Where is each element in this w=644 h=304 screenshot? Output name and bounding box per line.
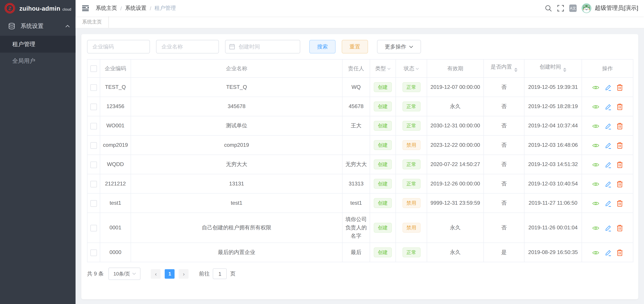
- col-header-type[interactable]: 类型: [370, 60, 396, 78]
- cell-company-name: 13131: [131, 174, 342, 193]
- delete-icon[interactable]: [617, 103, 623, 110]
- view-icon[interactable]: [592, 182, 599, 186]
- company-code-input[interactable]: [87, 40, 150, 53]
- breadcrumb-current: 租户管理: [154, 5, 176, 12]
- col-header-expiry: 有效期: [427, 60, 484, 78]
- sort-caret-icon[interactable]: [563, 66, 566, 74]
- logo-title: zuihou-admin: [19, 5, 60, 12]
- edit-icon[interactable]: [605, 123, 612, 129]
- reset-button[interactable]: 重置: [342, 40, 368, 53]
- create-time-input[interactable]: [225, 40, 300, 53]
- col-header-created[interactable]: 创建时间: [524, 60, 582, 78]
- cell-owner: 无穷大大: [342, 155, 370, 174]
- edit-icon[interactable]: [605, 249, 612, 256]
- search-icon[interactable]: [544, 4, 553, 13]
- fullscreen-icon[interactable]: [556, 4, 565, 13]
- view-icon[interactable]: [592, 123, 599, 128]
- row-checkbox[interactable]: [90, 181, 97, 187]
- collapse-menu-icon[interactable]: [80, 4, 91, 13]
- delete-icon[interactable]: [617, 181, 623, 187]
- cell-builtin: 否: [484, 174, 524, 193]
- view-icon[interactable]: [592, 250, 599, 255]
- delete-icon[interactable]: [617, 161, 623, 168]
- row-checkbox[interactable]: [90, 200, 97, 207]
- cell-owner: 最后: [342, 243, 370, 262]
- edit-icon[interactable]: [605, 181, 612, 187]
- delete-icon[interactable]: [617, 225, 623, 231]
- cell-created: 2019-12-04 10:37:44: [524, 116, 582, 135]
- delete-icon[interactable]: [617, 123, 623, 129]
- status-tag: 正常: [402, 102, 420, 111]
- avatar[interactable]: [582, 3, 592, 13]
- sidebar-item-tenant-management[interactable]: 租户管理: [0, 36, 76, 53]
- type-tag: 创建: [374, 82, 392, 92]
- cell-company-code: 0000: [100, 243, 131, 262]
- search-button[interactable]: 搜索: [309, 40, 336, 53]
- breadcrumb-system-settings[interactable]: 系统设置: [125, 5, 146, 12]
- delete-icon[interactable]: [617, 142, 623, 149]
- cell-company-name: 最后的内置企业: [131, 243, 342, 262]
- cell-builtin: 否: [484, 116, 524, 135]
- cell-company-code: 2121212: [100, 174, 131, 193]
- col-header-status[interactable]: 状态: [396, 60, 427, 78]
- view-icon[interactable]: [592, 104, 599, 109]
- row-checkbox[interactable]: [90, 142, 97, 149]
- cell-company-code: test1: [100, 193, 131, 213]
- create-time-picker: [225, 40, 300, 53]
- row-checkbox[interactable]: [90, 84, 97, 91]
- col-header-builtin[interactable]: 是否内置: [484, 60, 524, 78]
- edit-icon[interactable]: [605, 200, 612, 207]
- col-header-owner: 责任人: [342, 60, 370, 78]
- view-icon[interactable]: [592, 85, 599, 90]
- cell-builtin: 否: [484, 135, 524, 155]
- row-checkbox[interactable]: [90, 161, 97, 168]
- col-header-company-code: 企业编码: [100, 60, 131, 78]
- view-icon[interactable]: [592, 162, 599, 167]
- chevron-down-icon: [409, 46, 413, 48]
- tab-system-home[interactable]: 系统主页: [76, 16, 109, 28]
- row-checkbox[interactable]: [90, 103, 97, 110]
- select-all-checkbox[interactable]: [90, 65, 97, 72]
- row-checkbox[interactable]: [90, 249, 97, 256]
- current-user-label[interactable]: 超级管理员[演示]: [595, 5, 638, 12]
- view-icon[interactable]: [592, 225, 599, 230]
- prev-page-button[interactable]: ‹: [151, 269, 161, 278]
- sidebar-menu-system-settings[interactable]: 系统设置: [0, 16, 76, 36]
- delete-icon[interactable]: [617, 249, 623, 256]
- status-tag: 正常: [402, 82, 420, 92]
- svg-text:Z: Z: [8, 6, 11, 11]
- cell-created: 2019-11-27 11:06:50: [524, 193, 582, 213]
- edit-icon[interactable]: [605, 103, 612, 110]
- cell-company-name: TEST_Q: [131, 78, 342, 97]
- page-size-select[interactable]: 10条/页: [109, 267, 141, 280]
- tenant-card: 搜索 重置 更多操作: [81, 34, 638, 299]
- next-page-button[interactable]: ›: [179, 269, 189, 278]
- view-icon[interactable]: [592, 201, 599, 206]
- view-icon[interactable]: [592, 143, 599, 148]
- delete-icon[interactable]: [617, 200, 623, 207]
- sidebar-item-global-users[interactable]: 全局用户: [0, 53, 76, 70]
- more-actions-button[interactable]: 更多操作: [377, 40, 421, 53]
- company-name-input[interactable]: [156, 40, 219, 53]
- sort-caret-icon[interactable]: [514, 66, 517, 74]
- edit-icon[interactable]: [605, 84, 612, 91]
- cell-company-code: 0001: [100, 213, 131, 243]
- cell-owner: [342, 135, 370, 155]
- cell-owner: test1: [342, 193, 370, 213]
- goto-page-input[interactable]: [213, 268, 227, 279]
- translate-icon[interactable]: A文: [570, 5, 577, 12]
- breadcrumb-home[interactable]: 系统主页: [96, 5, 117, 12]
- row-checkbox[interactable]: [90, 123, 97, 129]
- sidebar-menu-label: 系统设置: [20, 23, 65, 30]
- page-number-1[interactable]: 1: [165, 269, 175, 278]
- cell-company-code: 123456: [100, 97, 131, 116]
- cell-owner: 填你公司负责人的名字: [342, 213, 370, 243]
- edit-icon[interactable]: [605, 225, 612, 231]
- filter-chevron-icon: [416, 68, 419, 70]
- row-checkbox[interactable]: [90, 225, 97, 231]
- edit-icon[interactable]: [605, 161, 612, 168]
- edit-icon[interactable]: [605, 142, 612, 149]
- cell-company-name: 无穷大大: [131, 155, 342, 174]
- table-row: WQDD 无穷大大 无穷大大 创建 正常 2020-07-22 14:50:27…: [87, 155, 633, 174]
- delete-icon[interactable]: [617, 84, 623, 91]
